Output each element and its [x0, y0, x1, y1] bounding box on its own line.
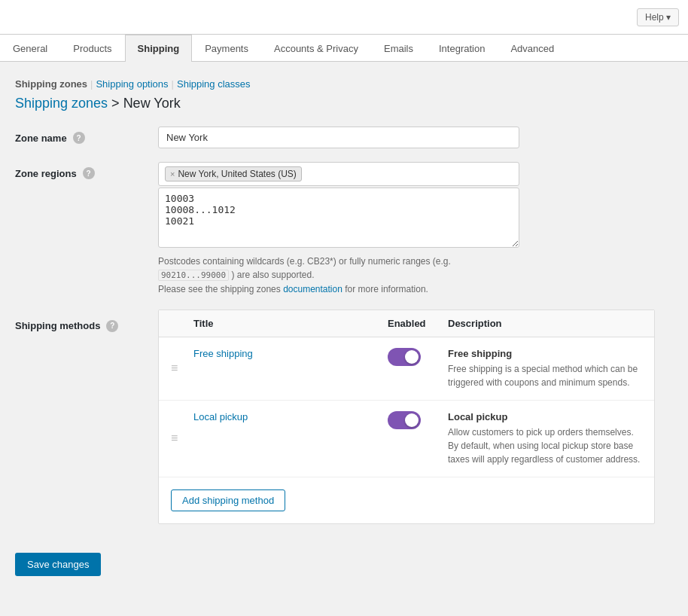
toggle-thumb-free-shipping [405, 350, 419, 364]
zone-regions-label: Zone regions ? [15, 162, 158, 179]
methods-col-enabled: Enabled [388, 318, 448, 329]
breadcrumb: Shipping zones > New York [15, 96, 673, 111]
table-row: ≡ Free shipping Free shipping Free s [159, 337, 654, 401]
breadcrumb-parent[interactable]: Shipping zones [15, 96, 108, 111]
postcode-hint-code: 90210...99000 [158, 270, 229, 281]
add-method-row: Add shipping method [159, 477, 654, 523]
zone-name-field: Zone name ? [15, 127, 673, 148]
region-tag-remove[interactable]: × [170, 169, 175, 178]
region-tag[interactable]: × New York, United States (US) [165, 166, 302, 181]
subnav-shipping-classes[interactable]: Shipping classes [177, 78, 251, 90]
subnav-label: Shipping zones [15, 78, 87, 90]
toggle-track-local-pickup [388, 411, 421, 429]
tab-shipping[interactable]: Shipping [125, 35, 193, 62]
method-link-free-shipping[interactable]: Free shipping [193, 348, 253, 359]
region-tag-text: New York, United States (US) [178, 169, 296, 179]
toggle-free-shipping[interactable] [388, 348, 448, 366]
method-desc-local-pickup: Local pickup Allow customers to pick up … [448, 411, 642, 466]
page-content: Shipping zones | Shipping options | Ship… [0, 62, 688, 591]
drag-handle-local-pickup[interactable]: ≡ [171, 432, 193, 445]
method-link-local-pickup[interactable]: Local pickup [193, 411, 248, 422]
subnav-shipping-options[interactable]: Shipping options [96, 78, 168, 90]
tab-products[interactable]: Products [60, 35, 124, 62]
postcode-hint-link[interactable]: documentation [283, 284, 342, 294]
toggle-local-pickup[interactable] [388, 411, 448, 429]
methods-col-description: Description [448, 318, 642, 329]
toggle-thumb-local-pickup [405, 413, 419, 427]
postcode-hint: Postcodes containing wildcards (e.g. CB2… [158, 255, 519, 296]
add-shipping-method-button[interactable]: Add shipping method [171, 489, 285, 511]
table-row: ≡ Local pickup Local pickup Allow cu [159, 401, 654, 477]
toggle-switch-free-shipping[interactable] [388, 348, 421, 366]
method-desc-free-shipping: Free shipping Free shipping is a special… [448, 348, 642, 389]
shipping-methods-help-icon[interactable]: ? [106, 320, 118, 332]
method-desc-text-local-pickup: Allow customers to pick up orders themse… [448, 425, 642, 466]
zone-name-label: Zone name ? [15, 127, 158, 144]
nav-tabs: General Products Shipping Payments Accou… [0, 35, 688, 62]
methods-col-title: Title [193, 318, 388, 329]
postcode-textarea[interactable]: 10003 10008...1012 10021 [158, 188, 519, 248]
save-changes-button[interactable]: Save changes [15, 553, 101, 576]
methods-col-drag [171, 318, 193, 329]
methods-header: Title Enabled Description [159, 310, 654, 337]
methods-container: Title Enabled Description ≡ Free shippin… [158, 310, 655, 524]
method-desc-title-local-pickup: Local pickup [448, 411, 642, 422]
save-row: Save changes [15, 538, 673, 576]
help-button[interactable]: Help ▾ [637, 8, 679, 26]
subnav-sep1: | [90, 78, 93, 90]
tab-integration[interactable]: Integration [426, 35, 498, 62]
zone-name-input[interactable] [158, 127, 519, 148]
zone-regions-field: Zone regions ? × New York, United States… [15, 162, 673, 296]
tab-advanced[interactable]: Advanced [498, 35, 567, 62]
zone-regions-help-icon[interactable]: ? [83, 167, 95, 179]
sub-nav: Shipping zones | Shipping options | Ship… [15, 71, 673, 96]
top-bar: Help ▾ [0, 0, 688, 35]
tab-emails[interactable]: Emails [371, 35, 426, 62]
zone-name-content [158, 127, 673, 148]
tab-general[interactable]: General [0, 35, 60, 62]
breadcrumb-current: New York [123, 96, 181, 111]
method-desc-title-free-shipping: Free shipping [448, 348, 642, 359]
toggle-switch-local-pickup[interactable] [388, 411, 421, 429]
method-title-free-shipping: Free shipping [193, 348, 388, 359]
shipping-methods-field: Shipping methods ? Title Enabled Descrip… [15, 310, 673, 524]
toggle-track-free-shipping [388, 348, 421, 366]
method-title-local-pickup: Local pickup [193, 411, 388, 422]
zone-regions-content: × New York, United States (US) 10003 100… [158, 162, 673, 296]
region-tag-container[interactable]: × New York, United States (US) [158, 162, 519, 186]
drag-handle-free-shipping[interactable]: ≡ [171, 361, 193, 375]
subnav-sep2: | [172, 78, 174, 90]
tab-payments[interactable]: Payments [192, 35, 261, 62]
breadcrumb-separator: > [111, 96, 123, 111]
method-desc-text-free-shipping: Free shipping is a special method which … [448, 362, 642, 389]
zone-name-help-icon[interactable]: ? [73, 132, 85, 144]
shipping-methods-label: Shipping methods ? [15, 310, 158, 332]
shipping-methods-content: Title Enabled Description ≡ Free shippin… [158, 310, 673, 524]
tab-accounts-privacy[interactable]: Accounts & Privacy [261, 35, 371, 62]
